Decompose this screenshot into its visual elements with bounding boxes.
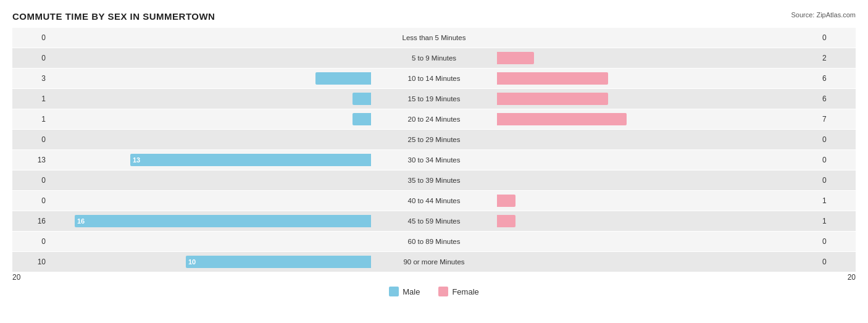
row-label: 40 to 44 Minutes [372, 197, 496, 204]
chart-row: 1 20 to 24 Minutes 7 [12, 109, 856, 129]
chart-row: 13 13 30 to 34 Minutes 0 [12, 150, 856, 170]
male-bar-side [49, 89, 372, 109]
male-bar: 16 [75, 215, 371, 227]
bar-group: 15 to 19 Minutes [49, 89, 819, 109]
chart-row: 0 40 to 44 Minutes 1 [12, 191, 856, 211]
row-label: 25 to 29 Minutes [372, 136, 496, 143]
female-bar [497, 72, 608, 85]
female-bar-side [496, 232, 819, 251]
female-bar-side [496, 109, 819, 129]
right-value: 0 [819, 156, 856, 164]
row-label: 10 to 14 Minutes [372, 75, 496, 82]
row-label: 30 to 34 Minutes [372, 156, 496, 164]
bar-group: 35 to 39 Minutes [49, 170, 819, 190]
row-label: Less than 5 Minutes [372, 34, 496, 41]
male-bar-side [49, 232, 372, 251]
row-label: 90 or more Minutes [372, 258, 496, 266]
left-value: 0 [12, 176, 49, 185]
female-bar-side [496, 89, 819, 109]
title-row: COMMUTE TIME BY SEX IN SUMMERTOWN Source… [12, 11, 856, 22]
female-bar-side [496, 69, 819, 88]
bar-group: 10 to 14 Minutes [49, 69, 819, 88]
row-label: 20 to 24 Minutes [372, 115, 496, 123]
female-bar-side [496, 252, 819, 272]
male-bar-side [49, 109, 372, 129]
right-value: 2 [819, 54, 856, 62]
row-label: 35 to 39 Minutes [372, 177, 496, 184]
right-value: 1 [819, 196, 856, 205]
chart-container: COMMUTE TIME BY SEX IN SUMMERTOWN Source… [0, 0, 868, 323]
chart-title: COMMUTE TIME BY SEX IN SUMMERTOWN [12, 11, 215, 22]
female-bar-side [496, 150, 819, 170]
bar-group: 13 30 to 34 Minutes [49, 150, 819, 170]
female-legend-label: Female [452, 287, 478, 296]
right-value: 6 [819, 94, 856, 103]
bar-group: Less than 5 Minutes [49, 28, 819, 48]
source-text: Source: ZipAtlas.com [791, 11, 856, 19]
female-bar [497, 93, 608, 105]
legend-row: Male Female [12, 287, 856, 296]
male-bar-side [49, 28, 372, 48]
chart-rows: 0 Less than 5 Minutes 0 0 5 to 9 [12, 28, 856, 272]
female-bar-side [496, 191, 819, 211]
left-value: 1 [12, 115, 49, 124]
male-bar-side [49, 69, 372, 88]
row-label: 45 to 59 Minutes [372, 217, 496, 225]
chart-row: 0 60 to 89 Minutes 0 [12, 232, 856, 251]
chart-row: 16 16 45 to 59 Minutes 1 [12, 211, 856, 231]
bar-group: 20 to 24 Minutes [49, 109, 819, 129]
axis-labels: 20 20 [12, 273, 856, 283]
legend-male: Male [389, 287, 420, 296]
chart-row: 3 10 to 14 Minutes 6 [12, 69, 856, 88]
left-value: 13 [12, 156, 49, 164]
male-bar-side [49, 170, 372, 190]
right-value: 0 [819, 33, 856, 42]
male-bar-side [49, 48, 372, 68]
male-bar-side [49, 191, 372, 211]
male-bar: 10 [186, 256, 371, 268]
left-value: 0 [12, 33, 49, 42]
right-value: 0 [819, 176, 856, 185]
bar-group: 16 45 to 59 Minutes [49, 211, 819, 231]
female-legend-box [438, 287, 448, 296]
female-bar-side [496, 48, 819, 68]
left-value: 0 [12, 196, 49, 205]
male-bar-side: 13 [49, 150, 372, 170]
bar-group: 10 90 or more Minutes [49, 252, 819, 272]
left-value: 16 [12, 217, 49, 225]
male-bar [315, 72, 371, 85]
axis-left: 20 [12, 273, 20, 282]
right-value: 0 [819, 135, 856, 144]
chart-row: 0 5 to 9 Minutes 2 [12, 48, 856, 68]
bar-group: 25 to 29 Minutes [49, 130, 819, 149]
row-label: 5 to 9 Minutes [372, 54, 496, 62]
left-value: 0 [12, 54, 49, 62]
left-value: 1 [12, 94, 49, 103]
right-value: 0 [819, 258, 856, 266]
right-value: 0 [819, 237, 856, 246]
female-bar-side [496, 28, 819, 48]
male-bar-side: 16 [49, 211, 372, 231]
bar-group: 60 to 89 Minutes [49, 232, 819, 251]
chart-row: 1 15 to 19 Minutes 6 [12, 89, 856, 109]
row-label: 60 to 89 Minutes [372, 238, 496, 245]
bar-group: 5 to 9 Minutes [49, 48, 819, 68]
male-bar-label: 13 [130, 156, 143, 164]
row-label: 15 to 19 Minutes [372, 95, 496, 103]
male-bar-label: 16 [75, 217, 87, 225]
male-bar-label: 10 [186, 258, 198, 266]
left-value: 10 [12, 258, 49, 266]
left-value: 0 [12, 135, 49, 144]
female-bar [497, 215, 515, 227]
female-bar-side [496, 170, 819, 190]
male-bar-side [49, 130, 372, 149]
legend-female: Female [438, 287, 478, 296]
chart-row: 0 35 to 39 Minutes 0 [12, 170, 856, 190]
right-value: 7 [819, 115, 856, 124]
chart-row: 10 10 90 or more Minutes 0 [12, 252, 856, 272]
female-bar-side [496, 211, 819, 231]
male-bar [353, 93, 371, 105]
female-bar [497, 113, 627, 125]
male-bar [353, 113, 371, 125]
female-bar-side [496, 130, 819, 149]
